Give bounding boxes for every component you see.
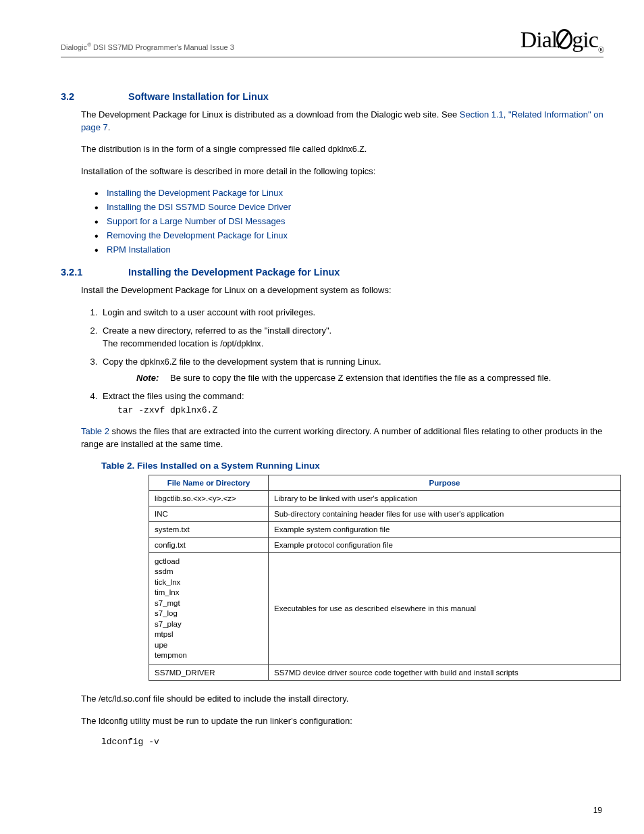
dialogic-logo: Dialgic® [520,27,603,55]
logo-o-icon [556,29,572,49]
table-header: Purpose [269,475,621,490]
topic-link[interactable]: Support for a Large Number of DSI Messag… [95,216,603,226]
section-3-2-1-heading: 3.2.1 Installing the Development Package… [61,267,603,278]
topic-link[interactable]: RPM Installation [95,244,603,255]
table-row: system.txtExample system configuration f… [149,521,621,537]
table-caption: Table 2. Files Installed on a System Run… [101,461,603,471]
note-block: Note: Be sure to copy the file with the … [136,372,603,385]
body-paragraph: The Development Package for Linux is dis… [81,109,603,134]
body-paragraph: The distribution is in the form of a sin… [81,143,603,156]
topic-list: Installing the Development Package for L… [95,188,603,255]
step-item: Extract the files using the command: tar… [100,390,603,417]
section-number: 3.2 [61,91,128,102]
command-text: ldconfig -v [101,737,603,747]
table-header: File Name or Directory [149,475,269,490]
section-number: 3.2.1 [61,267,128,278]
command-text: tar -zxvf dpklnx6.Z [117,405,603,417]
body-paragraph: Install the Development Package for Linu… [81,284,603,297]
topic-link[interactable]: Removing the Development Package for Lin… [95,230,603,240]
body-paragraph: The /etc/ld.so.conf file should be edite… [81,693,603,706]
page-header: Dialogic® DSI SS7MD Programmer's Manual … [61,27,603,57]
header-doc-title: Dialogic® DSI SS7MD Programmer's Manual … [61,42,234,55]
note-text: Be sure to copy the file with the upperc… [170,372,603,385]
section-title: Software Installation for Linux [128,91,269,102]
table-row: config.txtExample protocol configuration… [149,537,621,552]
table-row: libgctlib.so.<x>.<y>.<z>Library to be li… [149,490,621,506]
body-paragraph: Installation of the software is describe… [81,165,603,178]
topic-link[interactable]: Installing the DSI SS7MD Source Device D… [95,202,603,212]
body-paragraph: The ldconfig utility must be run to upda… [81,715,603,728]
files-table: File Name or Directory Purpose libgctlib… [149,475,621,681]
topic-link[interactable]: Installing the Development Package for L… [95,188,603,198]
step-item: Copy the dpklnx6.Z file to the developme… [100,356,603,386]
step-item: Create a new directory, referred to as t… [100,325,603,350]
install-steps: Login and switch to a user account with … [86,307,603,417]
note-label: Note: [136,372,170,385]
section-3-2-heading: 3.2 Software Installation for Linux [61,91,603,102]
table-row: SS7MD_DRIVERSS7MD device driver source c… [149,664,621,680]
table-row: INCSub-directory containing header files… [149,506,621,521]
body-paragraph: Table 2 shows the files that are extract… [81,425,603,451]
page-number: 19 [593,806,602,815]
table-row: gctload ssdm tick_lnx tim_lnx s7_mgt s7_… [149,552,621,664]
step-item: Login and switch to a user account with … [100,307,603,319]
xref-link[interactable]: Table 2 [81,426,109,436]
section-title: Installing the Development Package for L… [128,267,340,278]
